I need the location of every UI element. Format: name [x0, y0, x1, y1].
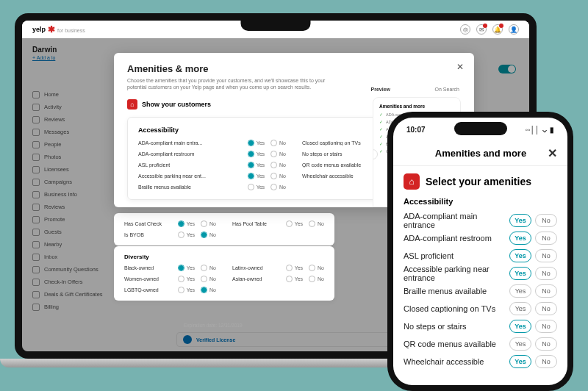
no-radio[interactable]: No: [309, 220, 324, 227]
no-pill[interactable]: No: [535, 337, 557, 351]
brand-sub: for business: [57, 27, 85, 34]
phone-amenity-row: No steps or stairsYesNo: [404, 318, 557, 335]
no-pill[interactable]: No: [535, 232, 557, 245]
phone-amenity-row: ADA-compliant restroomYesNo: [404, 229, 557, 247]
yes-radio[interactable]: Yes: [178, 232, 195, 238]
yes-pill[interactable]: Yes: [509, 320, 531, 333]
amenity-label: Accessible parking near entrance: [404, 265, 509, 282]
yes-pill[interactable]: Yes: [509, 284, 531, 298]
no-pill[interactable]: No: [535, 249, 557, 262]
amenity-row: Latinx-ownedYesNo: [232, 265, 324, 271]
yes-radio[interactable]: Yes: [286, 265, 303, 271]
amenity-label: Braille menus available: [404, 287, 487, 295]
card-diversity: Diversity Black-ownedYesNoLatinx-ownedYe…: [114, 246, 334, 301]
yes-pill[interactable]: Yes: [509, 214, 531, 227]
yes-radio[interactable]: Yes: [178, 220, 195, 227]
card-misc: Has Coat CheckYesNoHas Pool TableYesNoIs…: [114, 213, 334, 245]
burst-icon: ✱: [48, 24, 55, 35]
amenity-label: LGBTQ-owned: [124, 287, 173, 293]
yes-radio[interactable]: Yes: [248, 140, 265, 146]
onsearch-label: On Search: [435, 87, 459, 92]
yelp-logo: yelp ✱ for business: [32, 24, 85, 35]
phone-amenity-row: ASL proficientYesNo: [404, 247, 557, 265]
amenity-row: ADA-compliant restroomYesNo: [138, 151, 286, 157]
no-radio[interactable]: No: [201, 220, 216, 227]
no-radio[interactable]: No: [201, 287, 216, 293]
yes-radio[interactable]: Yes: [178, 276, 195, 282]
phone-amenity-row: QR code menus availableYesNo: [404, 335, 557, 353]
close-icon[interactable]: ✕: [548, 146, 557, 160]
battery-icon: ▮: [550, 126, 554, 134]
amenity-row: Is BYOBYesNo: [124, 232, 216, 238]
no-pill[interactable]: No: [535, 355, 557, 368]
close-icon[interactable]: ✕: [456, 62, 464, 72]
amenity-label: ADA-compliant main entrance: [404, 212, 509, 229]
no-radio[interactable]: No: [270, 151, 286, 157]
mail-icon[interactable]: ✉: [476, 24, 487, 35]
notif-target-icon[interactable]: ◎: [460, 24, 470, 35]
no-pill[interactable]: No: [535, 284, 557, 298]
yes-radio[interactable]: Yes: [248, 151, 265, 157]
yes-pill[interactable]: Yes: [509, 302, 531, 315]
no-radio[interactable]: No: [201, 232, 216, 238]
phone-device: 10:07 ◦◦││ ⌵ ▮ Amenities and more ✕ ⌂ Se…: [387, 112, 573, 391]
amenity-label: Accessible parking near ent...: [138, 173, 243, 179]
no-radio[interactable]: No: [201, 276, 216, 282]
phone-title: Amenities and more: [435, 148, 526, 159]
yes-radio[interactable]: Yes: [248, 162, 265, 168]
yes-pill[interactable]: Yes: [509, 355, 531, 368]
amenity-label: Closed captioning on TVs: [404, 304, 495, 313]
yes-radio[interactable]: Yes: [286, 276, 303, 282]
amenity-row: ASL proficientYesNo: [138, 162, 286, 168]
amenity-label: Has Coat Check: [124, 221, 173, 226]
no-radio[interactable]: No: [309, 276, 324, 282]
no-radio[interactable]: No: [309, 265, 324, 271]
preview-label: Preview: [371, 87, 390, 92]
modal-subtitle: Choose the amenities that you provide yo…: [127, 77, 340, 90]
status-time: 10:07: [406, 126, 426, 134]
no-radio[interactable]: No: [270, 140, 286, 146]
amenity-label: Wheelchair accessible: [404, 357, 484, 366]
amenity-label: ADA-compliant restroom: [404, 234, 492, 243]
storefront-icon: ⌂: [404, 173, 420, 190]
no-pill[interactable]: No: [535, 320, 557, 333]
amenity-label: Has Pool Table: [232, 221, 282, 226]
amenity-label: No steps or stairs: [404, 322, 467, 331]
phone-amenity-row: Closed captioning on TVsYesNo: [404, 300, 557, 318]
amenity-row: [232, 287, 324, 293]
amenity-row: Black-ownedYesNo: [124, 265, 216, 271]
phone-notch: [454, 122, 507, 135]
yes-pill[interactable]: Yes: [509, 337, 531, 351]
no-pill[interactable]: No: [535, 267, 557, 280]
yes-radio[interactable]: Yes: [286, 220, 303, 227]
no-pill[interactable]: No: [535, 302, 557, 315]
yes-pill[interactable]: Yes: [509, 232, 531, 245]
amenity-row: Women-ownedYesNo: [124, 276, 216, 282]
amenity-label: ADA-compliant restroom: [138, 151, 243, 157]
amenity-row: [232, 232, 324, 238]
preview-mock-title: Amenities and more: [373, 98, 460, 112]
bell-icon[interactable]: 🔔: [492, 24, 503, 35]
yes-radio[interactable]: Yes: [178, 265, 195, 271]
no-radio[interactable]: No: [270, 173, 286, 179]
amenity-label: Is BYOB: [124, 232, 173, 237]
amenity-row: Asian-ownedYesNo: [232, 276, 324, 282]
no-pill[interactable]: No: [535, 214, 557, 227]
amenity-label: QR code menus available: [404, 340, 496, 348]
amenity-row: Has Pool TableYesNo: [232, 220, 324, 227]
modal-title: Amenities & more: [127, 63, 461, 74]
amenity-label: Women-owned: [124, 276, 173, 281]
yes-radio[interactable]: Yes: [248, 184, 265, 190]
no-radio[interactable]: No: [201, 265, 216, 271]
no-radio[interactable]: No: [270, 184, 286, 190]
show-customers-title: Show your customers: [142, 101, 211, 108]
yes-radio[interactable]: Yes: [178, 287, 195, 293]
avatar-icon[interactable]: 👤: [509, 24, 519, 35]
no-radio[interactable]: No: [270, 162, 286, 168]
yes-pill[interactable]: Yes: [509, 267, 531, 280]
yes-pill[interactable]: Yes: [509, 249, 531, 262]
diversity-heading: Diversity: [124, 254, 324, 260]
brand-text: yelp: [32, 26, 46, 33]
amenity-row: Braille menus availableYesNo: [138, 184, 286, 190]
yes-radio[interactable]: Yes: [248, 173, 265, 179]
